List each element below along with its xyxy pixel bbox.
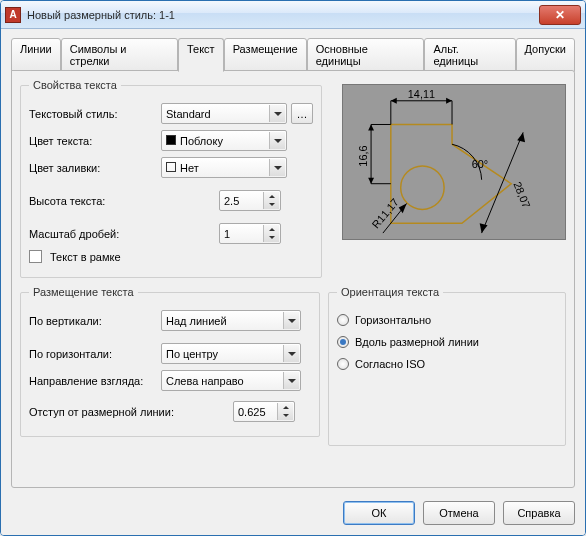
tab-text[interactable]: Текст bbox=[178, 38, 224, 72]
direction-combo[interactable]: Слева направо bbox=[161, 370, 301, 391]
fill-color-combo[interactable]: Нет bbox=[161, 157, 287, 178]
window-title: Новый размерный стиль: 1-1 bbox=[27, 9, 539, 21]
fill-color-label: Цвет заливки: bbox=[29, 162, 157, 174]
dialog-body: Линии Символы и стрелки Текст Размещение… bbox=[1, 29, 585, 535]
text-frame-checkbox[interactable] bbox=[29, 250, 42, 263]
tab-alt-units[interactable]: Альт. единицы bbox=[424, 38, 515, 72]
tabpanel: 14,11 16,6 28,07 R11,17 bbox=[11, 70, 575, 488]
text-placement-group: Размещение текста По вертикали: Над лини… bbox=[20, 286, 320, 437]
titlebar: A Новый размерный стиль: 1-1 ✕ bbox=[1, 1, 585, 29]
chevron-down-icon bbox=[269, 132, 285, 149]
text-orientation-legend: Ориентация текста bbox=[337, 286, 443, 298]
tab-placement[interactable]: Размещение bbox=[224, 38, 307, 72]
button-bar: ОК Отмена Справка bbox=[1, 501, 585, 525]
fraction-scale-spin[interactable]: 1 bbox=[219, 223, 281, 244]
color-swatch-icon bbox=[166, 135, 176, 145]
dim-top: 14,11 bbox=[408, 88, 435, 100]
chevron-down-icon bbox=[269, 105, 285, 122]
color-swatch-icon bbox=[166, 162, 176, 172]
text-style-browse-button[interactable]: … bbox=[291, 103, 313, 124]
help-button[interactable]: Справка bbox=[503, 501, 575, 525]
radio-iso[interactable]: Согласно ISO bbox=[337, 358, 557, 370]
chevron-down-icon bbox=[269, 159, 285, 176]
offset-spin[interactable]: 0.625 bbox=[233, 401, 295, 422]
fraction-scale-label: Масштаб дробей: bbox=[29, 228, 215, 240]
radio-horizontal[interactable]: Горизонтально bbox=[337, 314, 557, 326]
text-color-combo[interactable]: Поблоку bbox=[161, 130, 287, 151]
text-height-spin[interactable]: 2.5 bbox=[219, 190, 281, 211]
tab-primary-units[interactable]: Основные единицы bbox=[307, 38, 425, 72]
svg-text:16,6: 16,6 bbox=[357, 146, 369, 167]
horizontal-combo[interactable]: По центру bbox=[161, 343, 301, 364]
preview-pane: 14,11 16,6 28,07 R11,17 bbox=[342, 84, 566, 240]
text-properties-group: Свойства текста Текстовый стиль: Standar… bbox=[20, 79, 322, 278]
vertical-combo[interactable]: Над линией bbox=[161, 310, 301, 331]
text-orientation-group: Ориентация текста Горизонтально Вдоль ра… bbox=[328, 286, 566, 446]
text-properties-legend: Свойства текста bbox=[29, 79, 121, 91]
dialog-window: A Новый размерный стиль: 1-1 ✕ Линии Сим… bbox=[0, 0, 586, 536]
chevron-down-icon bbox=[283, 345, 299, 362]
offset-label: Отступ от размерной линии: bbox=[29, 406, 229, 418]
tab-lines[interactable]: Линии bbox=[11, 38, 61, 72]
ok-button[interactable]: ОК bbox=[343, 501, 415, 525]
tabstrip: Линии Символы и стрелки Текст Размещение… bbox=[11, 37, 575, 71]
close-button[interactable]: ✕ bbox=[539, 5, 581, 25]
chevron-down-icon bbox=[283, 372, 299, 389]
vertical-label: По вертикали: bbox=[29, 315, 157, 327]
text-style-combo[interactable]: Standard bbox=[161, 103, 287, 124]
radio-along-dimline[interactable]: Вдоль размерной линии bbox=[337, 336, 557, 348]
text-style-label: Текстовый стиль: bbox=[29, 108, 157, 120]
cancel-button[interactable]: Отмена bbox=[423, 501, 495, 525]
text-frame-label: Текст в рамке bbox=[50, 251, 121, 263]
svg-text:60°: 60° bbox=[472, 158, 488, 170]
text-placement-legend: Размещение текста bbox=[29, 286, 138, 298]
horizontal-label: По горизонтали: bbox=[29, 348, 157, 360]
app-icon: A bbox=[5, 7, 21, 23]
tab-symbols[interactable]: Символы и стрелки bbox=[61, 38, 178, 72]
tab-tolerances[interactable]: Допуски bbox=[516, 38, 575, 72]
direction-label: Направление взгляда: bbox=[29, 375, 157, 387]
text-color-label: Цвет текста: bbox=[29, 135, 157, 147]
chevron-down-icon bbox=[283, 312, 299, 329]
text-height-label: Высота текста: bbox=[29, 195, 215, 207]
